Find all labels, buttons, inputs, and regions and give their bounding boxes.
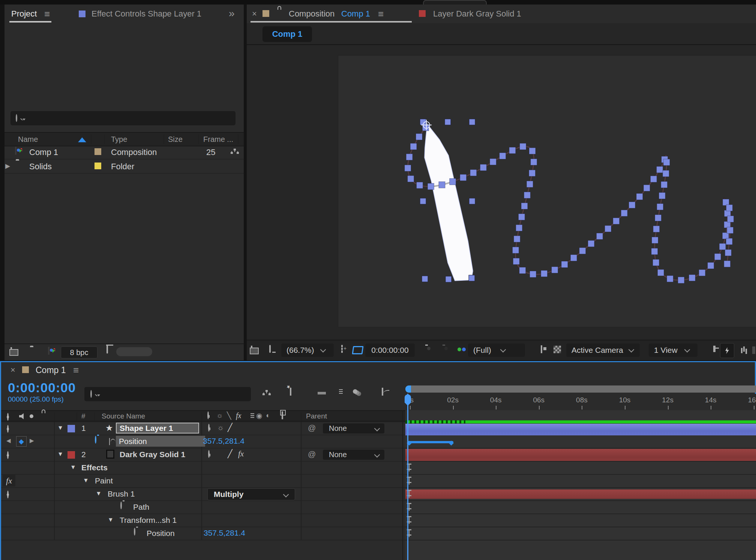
path-vertex[interactable] [561,261,568,268]
draft-3d-icon[interactable] [290,388,291,396]
path-vertex[interactable] [416,134,422,140]
path-vertex[interactable] [652,237,658,243]
parent-column[interactable]: Parent [306,412,327,420]
region-of-interest-icon[interactable] [341,345,343,353]
tab-composition-name[interactable]: Comp 1 [341,9,370,19]
path-vertex[interactable] [653,226,660,232]
next-keyframe-icon[interactable]: ▶ [30,437,34,444]
parent-dropdown[interactable]: None [323,423,384,434]
layer-name-field[interactable]: Shape Layer 1 [116,423,199,434]
group-row-paint[interactable]: fx ▼ Paint [1,475,405,487]
expand-arrow-icon[interactable]: ▶ [5,162,10,170]
fx-badge-cell[interactable]: fx [3,475,15,486]
path-vertex[interactable] [570,254,577,261]
selection-handle[interactable] [420,198,426,204]
path-vertex[interactable] [726,205,732,211]
path-vertex[interactable] [410,143,417,150]
col-name[interactable]: Name [18,135,38,144]
path-vertex[interactable] [663,170,669,177]
eye-icon[interactable] [7,451,9,459]
path-vertex[interactable] [605,226,611,232]
layer-row-shape-layer-1[interactable]: ▼ 1 ★ Shape Layer 1 ☼ ╱ @ None [1,422,405,435]
path-vertex[interactable] [689,275,695,281]
pixel-aspect-icon[interactable] [713,346,716,352]
path-vertex[interactable] [657,166,663,173]
property-row-path[interactable]: Path [1,501,405,513]
magnification-dropdown[interactable]: (66.7%) [281,343,334,357]
quality-switch[interactable]: ☼ [217,423,224,432]
stopwatch-icon[interactable] [120,501,122,509]
path-vertex[interactable] [714,254,721,260]
project-search-input[interactable] [10,111,236,125]
path-vertex[interactable] [531,159,537,165]
navigator-start-handle[interactable] [405,385,411,393]
selection-handle[interactable] [469,198,475,204]
path-vertex[interactable] [480,164,486,171]
transparency-grid-icon[interactable] [554,346,561,353]
group-name[interactable]: Brush 1 [108,489,135,498]
always-preview-icon[interactable] [251,346,252,354]
view-tab-comp1[interactable]: Comp 1 [262,26,312,42]
timeline-search-input[interactable] [84,387,251,401]
collapse-switch[interactable] [208,450,210,458]
path-vertex[interactable] [541,270,548,277]
expander-icon[interactable]: ▼ [57,451,63,458]
path-vertex[interactable] [513,247,519,253]
expander-icon[interactable]: ▼ [70,464,76,471]
layer-bar-dark-gray-solid-1[interactable] [405,449,756,461]
path-vertex[interactable] [699,269,705,276]
path-vertex[interactable] [636,193,643,200]
group-row-transform[interactable]: ▼ Transform...sh 1 [1,514,405,527]
timeline-menu-icon[interactable]: ≡ [73,364,79,376]
close-icon[interactable]: × [10,365,15,375]
layer-color-swatch[interactable] [68,451,75,459]
group-row-brush-1[interactable]: ▼ Brush 1 Multiply [1,488,405,500]
stopwatch-icon[interactable] [95,436,96,444]
property-name[interactable]: Path [133,503,149,512]
fast-preview-button[interactable] [720,343,734,358]
path-vertex[interactable] [516,225,522,231]
tab-layer-dark-gray[interactable]: Layer Dark Gray Solid 1 [433,9,521,19]
keyframe-diamond-end[interactable]: ◆ [449,439,454,447]
layer-bar-shape-layer-1[interactable] [405,424,756,435]
path-vertex[interactable] [460,175,466,181]
close-icon[interactable]: × [252,9,257,19]
preview-timecode[interactable]: 0:00:00:00 [365,343,415,357]
path-vertex[interactable] [439,182,445,188]
selection-handle[interactable] [469,119,475,125]
path-vertex[interactable] [428,183,434,190]
path-vertex[interactable] [417,182,423,188]
tab-overflow-icon[interactable]: » [229,8,235,20]
path-vertex[interactable] [529,170,536,176]
path-vertex[interactable] [513,258,519,265]
group-row-effects[interactable]: ▼ Effects [1,462,405,474]
bpc-button[interactable]: 8 bpc [61,346,98,358]
tab-composition-prefix[interactable]: Composition [289,9,334,19]
tab-project[interactable]: Project [11,9,37,19]
mask-visibility-icon[interactable] [352,346,363,354]
source-name-column[interactable]: Source Name [102,412,145,420]
group-name[interactable]: Paint [95,476,113,485]
path-vertex[interactable] [521,203,528,209]
path-vertex[interactable] [470,170,477,176]
property-name[interactable]: Position [147,529,175,538]
path-vertex[interactable] [661,181,668,188]
footer-scrollbar[interactable] [116,347,152,356]
path-vertex[interactable] [726,238,732,245]
path-vertex[interactable] [588,241,594,247]
path-vertex[interactable] [653,259,659,266]
label-swatch[interactable] [94,148,101,155]
time-ruler[interactable]: 0s02s04s06s08s10s12s14s16s [405,394,756,410]
camera-view-dropdown[interactable]: Active Camera [566,343,640,357]
index-column[interactable]: # [81,412,86,420]
view-layout-dropdown[interactable]: 1 View [649,343,698,357]
project-row-solids[interactable]: ▶ Solids Folder [4,159,244,173]
path-vertex[interactable] [524,192,530,198]
audio-column-icon[interactable] [19,413,25,419]
layer-row-dark-gray-solid-1[interactable]: ▼ 2 Dark Gray Solid 1 ╱ fx @ None [1,449,405,461]
path-vertex[interactable] [678,277,684,283]
path-vertex[interactable] [725,250,731,256]
property-value[interactable]: 357.5,281.4 [204,528,245,537]
path-vertex[interactable] [514,236,520,242]
parent-dropdown[interactable]: None [323,450,384,460]
